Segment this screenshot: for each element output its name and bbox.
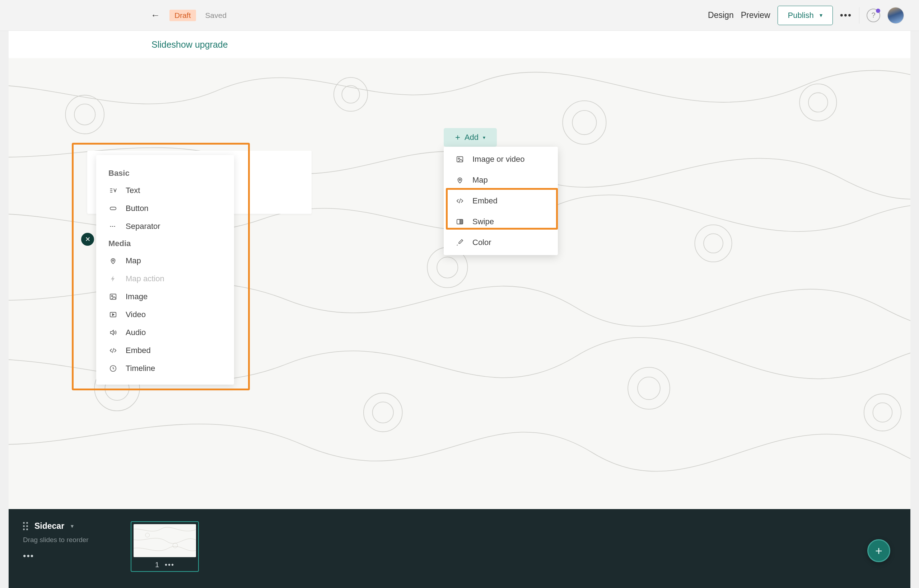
block-item-label: Image (126, 292, 147, 301)
svg-point-1 (65, 95, 104, 134)
close-icon[interactable]: ✕ (81, 233, 94, 246)
draft-badge: Draft (170, 10, 196, 21)
svg-point-18 (637, 377, 660, 400)
image-icon (455, 155, 464, 164)
embed-icon (455, 196, 464, 205)
section-label-media: Media (96, 235, 234, 252)
slide-preview (134, 524, 196, 557)
slide-dock: Sidecar ▾ Drag slides to reorder ••• 1 •… (9, 509, 910, 588)
slide-more-icon[interactable]: ••• (165, 561, 175, 569)
block-item-timeline[interactable]: Timeline (96, 359, 234, 377)
add-item-label: Color (472, 238, 492, 247)
slide-number: 1 (155, 561, 159, 569)
add-label: Add (464, 133, 479, 142)
svg-point-3 (334, 78, 367, 111)
svg-point-6 (809, 93, 828, 112)
svg-rect-22 (110, 207, 116, 210)
dock-hint: Drag slides to reorder (23, 536, 116, 544)
block-item-video[interactable]: Video (96, 306, 234, 324)
add-item-label: Image or video (472, 155, 525, 164)
block-item-label: Separator (126, 222, 160, 231)
svg-point-19 (628, 367, 670, 409)
publish-label: Publish (788, 11, 814, 20)
user-avatar[interactable] (887, 7, 904, 24)
chevron-down-icon: ▾ (820, 12, 822, 19)
back-arrow-icon[interactable]: ← (151, 10, 160, 21)
add-item-image-or-video[interactable]: Image or video (444, 149, 558, 170)
top-bar: ← Draft Saved Design Preview Publish ▾ •… (0, 0, 919, 31)
svg-point-17 (364, 393, 403, 432)
svg-point-12 (704, 234, 723, 253)
svg-point-7 (799, 84, 836, 121)
block-picker-panel: Basic Text Button Separator Media Map (96, 155, 234, 384)
story-canvas[interactable]: ✕ Basic Text Button Separator Media (9, 58, 910, 509)
add-item-color[interactable]: Color (444, 232, 558, 253)
title-strip: Slideshow upgrade (9, 31, 910, 58)
svg-point-16 (373, 402, 393, 423)
image-icon (108, 292, 118, 301)
svg-rect-24 (110, 294, 116, 300)
add-item-swipe[interactable]: Swipe (444, 211, 558, 232)
dock-more-icon[interactable]: ••• (23, 551, 116, 561)
svg-point-29 (458, 158, 460, 159)
block-item-label: Map action (126, 274, 164, 283)
slide-number-row: 1 ••• (155, 561, 175, 569)
dock-title-row[interactable]: Sidecar ▾ (23, 521, 116, 531)
block-item-label: Audio (126, 328, 146, 337)
slide-thumbnail[interactable]: 1 ••• (131, 521, 199, 572)
add-media-button[interactable]: + Add ▾ (444, 128, 497, 147)
eyedropper-icon (455, 238, 464, 247)
more-options-icon[interactable]: ••• (840, 10, 852, 21)
block-item-audio[interactable]: Audio (96, 324, 234, 341)
saved-status: Saved (205, 11, 227, 20)
block-item-label: Video (126, 310, 146, 319)
svg-point-33 (146, 533, 150, 538)
help-icon[interactable]: ? (867, 9, 880, 22)
add-item-label: Embed (472, 196, 498, 205)
svg-point-2 (342, 86, 359, 103)
block-item-label: Text (126, 186, 140, 195)
svg-point-13 (695, 225, 731, 262)
block-item-separator[interactable]: Separator (96, 217, 234, 235)
block-item-label: Timeline (126, 364, 155, 373)
lightning-icon (108, 274, 118, 283)
block-item-image[interactable]: Image (96, 288, 234, 306)
divider (859, 7, 859, 24)
design-link[interactable]: Design (708, 10, 734, 20)
block-item-embed[interactable]: Embed (96, 341, 234, 359)
block-item-map[interactable]: Map (96, 252, 234, 270)
map-pin-icon (108, 256, 118, 265)
add-item-embed[interactable]: Embed (444, 191, 558, 211)
separator-icon (108, 222, 118, 231)
block-item-label: Embed (126, 346, 151, 355)
chevron-down-icon[interactable]: ▾ (71, 523, 74, 530)
svg-point-34 (173, 543, 178, 548)
block-item-text[interactable]: Text (96, 181, 234, 199)
section-label-basic: Basic (96, 165, 234, 181)
svg-point-20 (873, 403, 892, 422)
add-slide-fab[interactable]: + (867, 539, 890, 562)
text-icon (108, 186, 118, 195)
video-icon (108, 310, 118, 319)
swipe-icon (455, 217, 464, 226)
svg-point-5 (563, 101, 606, 144)
audio-icon (108, 328, 118, 337)
topbar-left: ← Draft Saved (151, 0, 227, 31)
svg-point-23 (112, 260, 114, 261)
story-title[interactable]: Slideshow upgrade (152, 39, 228, 50)
block-item-label: Map (126, 256, 141, 265)
svg-point-25 (111, 295, 113, 297)
add-item-label: Map (472, 175, 488, 185)
chevron-down-icon: ▾ (483, 134, 485, 140)
button-icon (108, 204, 118, 213)
svg-rect-32 (460, 220, 463, 224)
block-item-button[interactable]: Button (96, 199, 234, 217)
add-media-menu: Image or video Map Embed Swipe Color (444, 147, 558, 255)
embed-icon (108, 346, 118, 355)
drag-handle-icon[interactable] (23, 522, 28, 530)
add-item-map[interactable]: Map (444, 170, 558, 191)
clock-icon (108, 364, 118, 373)
svg-point-4 (572, 110, 596, 134)
publish-button[interactable]: Publish ▾ (778, 6, 833, 25)
preview-link[interactable]: Preview (741, 10, 770, 20)
